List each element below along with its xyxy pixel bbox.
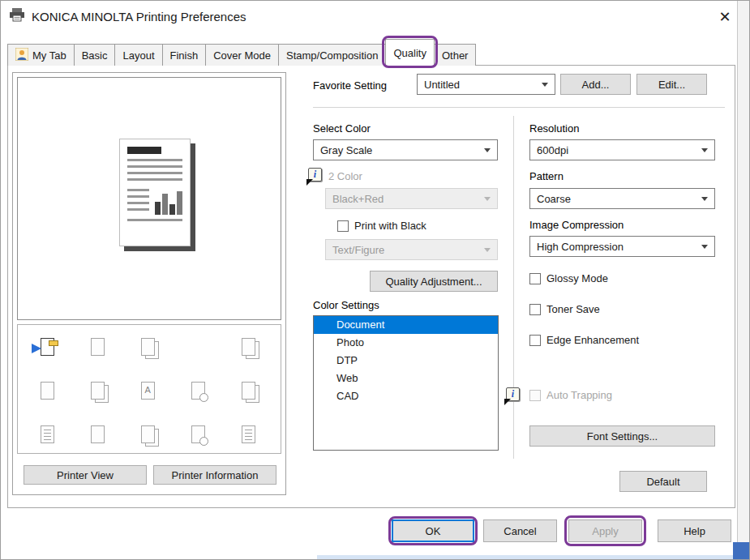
tab-stamp-composition[interactable]: Stamp/Composition <box>278 44 386 66</box>
button-label: Default <box>646 476 679 488</box>
printer-feature-icon <box>72 416 122 453</box>
desktop-edge <box>317 555 737 560</box>
preview-text-line <box>127 165 182 168</box>
checkbox-label: Edge Enhancement <box>546 334 639 346</box>
two-color-info-icon[interactable]: i <box>308 168 322 182</box>
printer-feature-icon <box>22 416 72 453</box>
printer-view-button[interactable]: Printer View <box>24 465 147 485</box>
preview-text-line <box>127 172 182 174</box>
toner-save-checkbox[interactable]: Toner Save <box>529 303 600 315</box>
select-color-label: Select Color <box>313 122 371 135</box>
combo-value: 600dpi <box>537 144 568 156</box>
tab-quality[interactable]: Quality <box>385 39 434 66</box>
title-bar: KONICA MINOLTA Printing Preferences <box>1 1 737 32</box>
cancel-button[interactable]: Cancel <box>483 519 557 542</box>
printer-feature-icon <box>22 328 72 365</box>
divider <box>313 107 725 108</box>
combo-value: Text/Figure <box>332 244 384 256</box>
printer-feature-icons <box>22 328 275 453</box>
color-settings-item-dtp[interactable]: DTP <box>314 352 498 370</box>
printer-feature-icon <box>223 328 273 365</box>
preview-title-block <box>127 147 161 154</box>
tab-basic[interactable]: Basic <box>74 44 116 66</box>
ok-button[interactable]: OK <box>392 519 474 542</box>
button-label: OK <box>426 525 441 537</box>
preview-bar-chart <box>155 190 182 215</box>
tab-other[interactable]: Other <box>434 44 477 66</box>
tab-label: Quality <box>393 47 426 59</box>
preview-text-line <box>127 219 182 221</box>
add-favorite-button[interactable]: Add... <box>560 74 631 95</box>
combo-value: Untitled <box>424 79 460 91</box>
printer-feature-icon <box>122 416 173 453</box>
button-label: Printer Information <box>172 469 259 481</box>
tab-cover-mode[interactable]: Cover Mode <box>205 44 279 66</box>
color-settings-listbox: Document Photo DTP Web CAD <box>313 315 499 451</box>
favorite-setting-select[interactable]: Untitled <box>417 74 555 95</box>
pattern-select[interactable]: Coarse <box>529 188 715 209</box>
button-label: Printer View <box>57 469 114 481</box>
checkbox-label: Glossy Mode <box>546 272 608 284</box>
help-button[interactable]: Help <box>658 519 731 542</box>
tab-finish[interactable]: Finish <box>162 44 207 66</box>
edge-enhancement-checkbox[interactable]: Edge Enhancement <box>529 334 639 346</box>
color-settings-item-photo[interactable]: Photo <box>314 334 498 352</box>
print-with-black-checkbox[interactable]: Print with Black <box>337 220 426 232</box>
checkbox-box <box>529 304 541 315</box>
select-color-select[interactable]: Gray Scale <box>313 139 498 160</box>
favorite-setting-label: Favorite Setting <box>313 79 387 92</box>
combo-value: High Compression <box>537 241 624 253</box>
tab-layout[interactable]: Layout <box>114 44 162 66</box>
chevron-down-icon <box>701 245 708 249</box>
button-label: Apply <box>592 525 619 537</box>
button-label: Add... <box>582 79 610 91</box>
two-color-label: 2 Color <box>328 170 362 182</box>
quality-adjustment-button[interactable]: Quality Adjustment... <box>370 271 498 292</box>
preview-chart <box>127 185 182 215</box>
resolution-label: Resolution <box>529 122 579 135</box>
divider <box>513 116 514 459</box>
chevron-down-icon <box>701 197 708 201</box>
printer-icon <box>9 8 25 25</box>
button-label: Font Settings... <box>587 430 658 442</box>
auto-trapping-checkbox: Auto Trapping <box>529 389 612 401</box>
printer-information-button[interactable]: Printer Information <box>153 465 276 485</box>
tab-label: My Tab <box>32 49 66 62</box>
button-label: Quality Adjustment... <box>385 276 482 288</box>
color-settings-item-cad[interactable]: CAD <box>314 387 498 405</box>
default-button[interactable]: Default <box>619 471 707 492</box>
info-glyph: i <box>314 169 316 181</box>
tab-bar: My Tab Basic Layout Finish Cover Mode St… <box>7 41 475 66</box>
font-settings-button[interactable]: Font Settings... <box>529 425 715 447</box>
desktop-corner <box>733 542 750 560</box>
two-color-select: Black+Red <box>325 188 498 209</box>
info-glyph: i <box>512 388 514 400</box>
pattern-label: Pattern <box>529 170 564 182</box>
image-compression-select[interactable]: High Compression <box>529 236 715 257</box>
button-label: Cancel <box>504 525 536 537</box>
checkbox-box <box>529 273 541 284</box>
auto-trapping-info-icon[interactable]: i <box>506 387 520 401</box>
printer-feature-icon <box>223 372 273 409</box>
color-settings-item-web[interactable]: Web <box>314 370 498 387</box>
resolution-select[interactable]: 600dpi <box>529 139 715 160</box>
checkbox-box <box>337 220 349 232</box>
button-label: Edit... <box>658 79 685 91</box>
image-compression-label: Image Compression <box>529 219 624 231</box>
tab-label: Basic <box>82 49 108 62</box>
window-edge <box>737 1 750 560</box>
tab-label: Finish <box>170 49 199 62</box>
edit-favorite-button[interactable]: Edit... <box>636 74 707 95</box>
glossy-mode-checkbox[interactable]: Glossy Mode <box>529 272 608 284</box>
printer-feature-icon <box>72 328 122 365</box>
color-settings-label: Color Settings <box>313 299 379 311</box>
chevron-down-icon <box>484 197 491 201</box>
combo-value: Black+Red <box>332 193 384 205</box>
document-preview-thumbnail <box>119 139 191 246</box>
color-settings-item-document[interactable]: Document <box>314 316 498 334</box>
printer-feature-icon <box>122 372 173 409</box>
tab-my-tab[interactable]: My Tab <box>7 44 75 66</box>
checkbox-box <box>529 390 541 401</box>
preview-text-column <box>127 185 149 215</box>
close-button[interactable]: ✕ <box>715 7 735 27</box>
